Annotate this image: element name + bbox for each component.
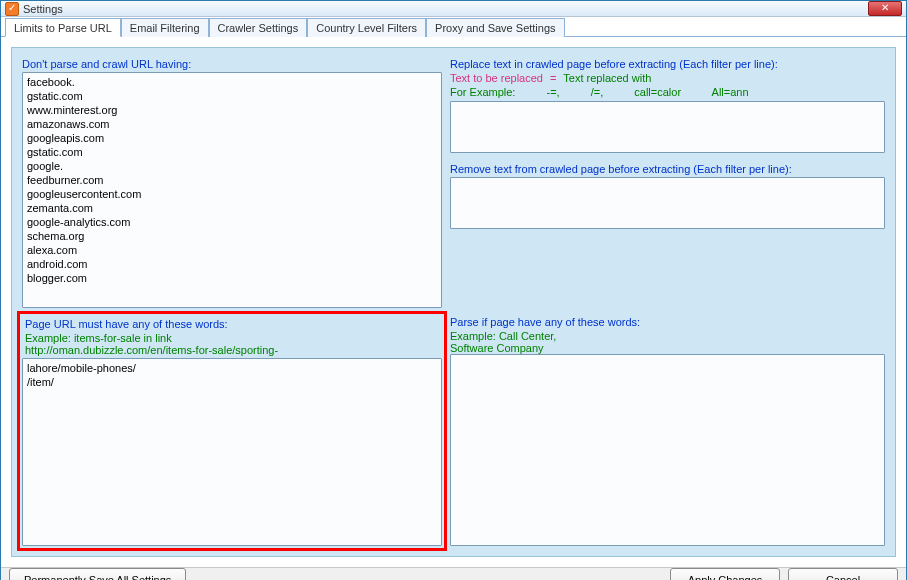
example-url-1: Example: items-for-sale in link xyxy=(25,332,439,344)
input-url-must-have[interactable] xyxy=(22,358,442,546)
window-title: Settings xyxy=(23,3,868,15)
label-dont-parse: Don't parse and crawl URL having: xyxy=(22,58,442,70)
example-url-2: http://oman.dubizzle.com/en/items-for-sa… xyxy=(25,344,439,356)
panel: Don't parse and crawl URL having: Replac… xyxy=(11,47,896,557)
close-button[interactable]: ✕ xyxy=(868,1,902,16)
app-icon xyxy=(5,2,19,16)
tab-proxy-save-settings[interactable]: Proxy and Save Settings xyxy=(426,18,564,37)
example-parse-2: Software Company xyxy=(450,342,885,354)
input-parse-if[interactable] xyxy=(450,354,885,546)
input-dont-parse[interactable] xyxy=(22,72,442,308)
tabstrip: Limits to Parse URL Email Filtering Craw… xyxy=(1,17,906,37)
label-remove-text: Remove text from crawled page before ext… xyxy=(450,163,885,175)
tab-email-filtering[interactable]: Email Filtering xyxy=(121,18,209,37)
section-url-must-have: Page URL must have any of these words: E… xyxy=(17,311,447,551)
input-replace-text[interactable] xyxy=(450,101,885,153)
tab-limits-parse-url[interactable]: Limits to Parse URL xyxy=(5,18,121,37)
settings-window: Settings ✕ Limits to Parse URL Email Fil… xyxy=(0,0,907,580)
replace-example: For Example: -=, /=, call=calor All=ann xyxy=(450,86,885,98)
section-dont-parse: Don't parse and crawl URL having: xyxy=(22,58,442,308)
section-right-top: Replace text in crawled page before extr… xyxy=(450,58,885,308)
section-parse-if: Parse if page have any of these words: E… xyxy=(450,316,885,546)
input-remove-text[interactable] xyxy=(450,177,885,229)
example-parse-1: Example: Call Center, xyxy=(450,330,885,342)
titlebar: Settings ✕ xyxy=(1,1,906,17)
footer: Permanently Save All Settings Apply Chan… xyxy=(1,567,906,580)
tab-crawler-settings[interactable]: Crawler Settings xyxy=(209,18,308,37)
content-area: Don't parse and crawl URL having: Replac… xyxy=(1,37,906,567)
cancel-button[interactable]: Cancel xyxy=(788,568,898,580)
label-url-must-have: Page URL must have any of these words: xyxy=(25,318,439,330)
apply-button[interactable]: Apply Changes xyxy=(670,568,780,580)
label-replace-text: Replace text in crawled page before extr… xyxy=(450,58,885,70)
save-all-button[interactable]: Permanently Save All Settings xyxy=(9,568,186,580)
replace-legend: Text to be replaced = Text replaced with xyxy=(450,72,885,84)
label-parse-if: Parse if page have any of these words: xyxy=(450,316,885,328)
tab-country-level-filters[interactable]: Country Level Filters xyxy=(307,18,426,37)
